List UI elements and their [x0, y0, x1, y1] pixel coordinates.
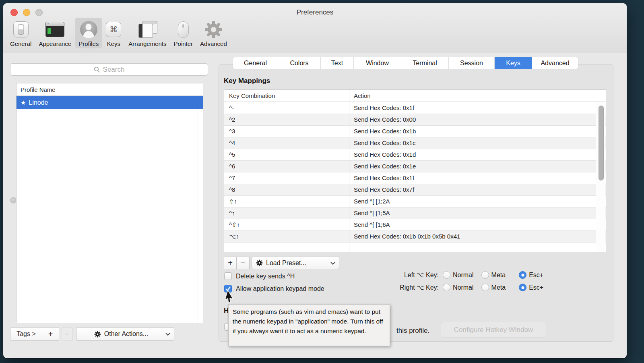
star-icon: ★: [21, 99, 26, 106]
radio-option-meta[interactable]: Meta: [481, 271, 506, 279]
scrollbar-track[interactable]: [596, 102, 605, 251]
cell-action: Send Hex Codes: 0x1b 0x1b 0x5b 0x41: [354, 231, 460, 242]
key-mappings-table: Key Combination Action ^-Send Hex Codes:…: [224, 89, 606, 252]
appearance-icon: ×: [45, 20, 64, 39]
section-title: Key Mappings: [224, 77, 270, 85]
radio-button[interactable]: [519, 284, 526, 291]
checkbox-label: Delete key sends ^H: [236, 273, 295, 280]
table-row[interactable]: ^⇧↑Send ^[ [1;6A: [224, 219, 606, 231]
profiles-icon: [80, 20, 97, 39]
arrangements-icon: [138, 20, 157, 39]
radio-options: NormalMetaEsc+: [443, 271, 543, 279]
cell-action: Send Hex Codes: 0x1b: [354, 126, 416, 137]
desktop: Preferences General×AppearanceProfiles⌘K…: [0, 0, 644, 363]
other-actions-label: Other Actions...: [104, 330, 148, 338]
tab-session[interactable]: Session: [449, 57, 495, 69]
tab-keys[interactable]: Keys: [495, 57, 532, 69]
key-mappings-table-header: Key Combination Action: [224, 90, 606, 102]
scrollbar-thumb[interactable]: [599, 106, 604, 180]
radio-button[interactable]: [481, 284, 489, 291]
delete-key-checkbox-row[interactable]: Delete key sends ^H: [224, 272, 295, 280]
table-row[interactable]: ^3Send Hex Codes: 0x1b: [224, 126, 606, 137]
advanced-icon: [204, 20, 223, 39]
tab-general[interactable]: General: [233, 57, 278, 69]
other-actions-dropdown[interactable]: Other Actions...: [76, 327, 174, 341]
add-mapping-button[interactable]: +: [224, 257, 237, 269]
cell-action: Send Hex Codes: 0x1f: [354, 172, 414, 184]
table-row[interactable]: ^5Send Hex Codes: 0x1d: [224, 149, 606, 161]
cell-action: Send ^[ [1;6A: [354, 219, 390, 230]
radio-group-label: Right ⌥ Key:: [378, 284, 439, 291]
table-row[interactable]: ^6Send Hex Codes: 0x1e: [224, 161, 606, 172]
search-input[interactable]: Search: [10, 63, 208, 76]
profile-name: Linode: [29, 99, 48, 106]
toolbar-item-keys[interactable]: ⌘Keys: [102, 18, 125, 48]
radio-button[interactable]: [481, 271, 489, 279]
radio-group-label: Left ⌥ Key:: [378, 271, 439, 279]
cell-action: Send ^[ [1;5A: [354, 207, 390, 219]
radio-option-normal[interactable]: Normal: [443, 271, 474, 279]
add-profile-button[interactable]: +: [42, 327, 59, 341]
toolbar-item-advanced[interactable]: Advanced: [196, 18, 231, 48]
profile-row-linode[interactable]: ★Linode: [17, 96, 203, 109]
checkbox[interactable]: [224, 272, 232, 280]
cell-key-combination: ^5: [229, 149, 235, 160]
radio-label: Normal: [453, 284, 474, 291]
tags-button[interactable]: Tags >: [10, 327, 42, 341]
titlebar: Preferences General×AppearanceProfiles⌘K…: [3, 3, 627, 52]
toolbar-item-profiles[interactable]: Profiles: [75, 18, 102, 48]
remove-profile-button[interactable]: −: [62, 327, 73, 341]
radio-option-esc[interactable]: Esc+: [519, 284, 543, 291]
cell-key-combination: ^4: [229, 137, 235, 149]
pointer-icon: [178, 20, 189, 39]
toolbar-item-appearance[interactable]: ×Appearance: [35, 18, 75, 48]
cell-key-combination: ^8: [229, 184, 235, 195]
toolbar-item-label: Arrangements: [128, 40, 166, 47]
table-row[interactable]: ^7Send Hex Codes: 0x1f: [224, 172, 606, 184]
radio-option-meta[interactable]: Meta: [481, 284, 506, 291]
profile-list-column-divider: [198, 83, 198, 323]
cell-key-combination: ^6: [229, 161, 235, 172]
radio-button[interactable]: [443, 271, 450, 279]
table-row[interactable]: ⌥↑Send Hex Codes: 0x1b 0x1b 0x5b 0x41: [224, 231, 606, 243]
search-placeholder: Search: [103, 66, 125, 74]
key-mappings-rows: ^-Send Hex Codes: 0x1f^2Send Hex Codes: …: [224, 102, 606, 252]
toolbar-item-pointer[interactable]: Pointer: [170, 18, 197, 48]
tab-terminal[interactable]: Terminal: [401, 57, 449, 69]
radio-option-esc[interactable]: Esc+: [519, 271, 543, 279]
toolbar-item-general[interactable]: General: [6, 18, 35, 48]
column-key-combination: Key Combination: [229, 90, 275, 102]
table-row[interactable]: ^4Send Hex Codes: 0x1c: [224, 137, 606, 149]
cell-key-combination: ^7: [229, 172, 235, 184]
table-row[interactable]: ^-Send Hex Codes: 0x1f: [224, 102, 606, 114]
table-row[interactable]: ^8Send Hex Codes: 0x7f: [224, 184, 606, 196]
keypad-mode-checkbox-row[interactable]: Allow application keypad mode: [224, 285, 324, 292]
radio-label: Esc+: [529, 272, 543, 279]
table-row[interactable]: ⇧↑Send ^[ [1;2A: [224, 196, 606, 207]
cell-action: Send ^[ [1;2A: [354, 196, 390, 207]
keys-icon: ⌘: [106, 20, 121, 39]
cell-action: Send Hex Codes: 0x00: [354, 114, 416, 125]
tab-window[interactable]: Window: [354, 57, 401, 69]
radio-options: NormalMetaEsc+: [443, 284, 543, 291]
profile-tabs: GeneralColorsTextWindowTerminalSessionKe…: [233, 57, 578, 69]
tab-text[interactable]: Text: [321, 57, 354, 69]
toolbar-item-label: Profiles: [78, 40, 99, 47]
cell-key-combination: ⇧↑: [229, 196, 237, 207]
tab-colors[interactable]: Colors: [278, 57, 321, 69]
radio-option-normal[interactable]: Normal: [443, 284, 474, 291]
load-preset-dropdown[interactable]: Load Preset...: [252, 257, 339, 269]
cell-key-combination: ^3: [229, 126, 235, 137]
table-row[interactable]: ^↑Send ^[ [1;5A: [224, 207, 606, 219]
table-row[interactable]: ^2Send Hex Codes: 0x00: [224, 114, 606, 126]
right-option-key-group: Right ⌥ Key: NormalMetaEsc+: [378, 284, 543, 291]
toolbar-item-arrangements[interactable]: Arrangements: [125, 18, 170, 48]
radio-button[interactable]: [519, 271, 526, 279]
remove-mapping-button[interactable]: −: [237, 257, 250, 269]
scrollbar-divider: [595, 90, 595, 252]
radio-button[interactable]: [443, 284, 450, 291]
configure-hotkey-window-button[interactable]: Configure Hotkey Window: [441, 322, 546, 338]
cell-key-combination: ^-: [229, 102, 234, 114]
tab-advanced[interactable]: Advanced: [532, 57, 578, 69]
toolbar: General×AppearanceProfiles⌘KeysArrangeme…: [6, 18, 231, 48]
